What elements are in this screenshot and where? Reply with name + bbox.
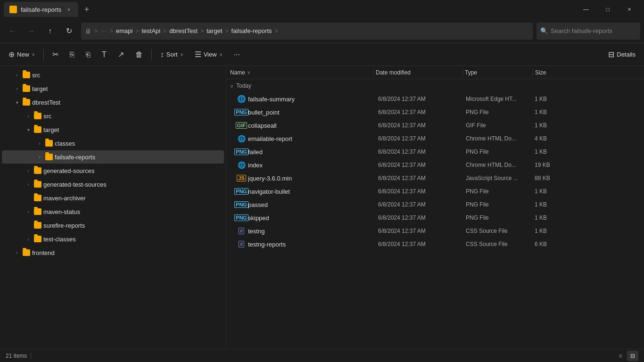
table-row[interactable]: #testng6/8/2024 12:37 AMCSS Source File1… xyxy=(226,224,644,238)
sidebar-item-classes[interactable]: ›classes xyxy=(2,137,224,150)
table-row[interactable]: PNGfailed6/8/2024 12:37 AMPNG File1 KB xyxy=(226,145,644,158)
table-row[interactable]: 🌐emailable-report6/8/2024 12:37 AMChrome… xyxy=(226,132,644,145)
sidebar: ›src›target▾dbrestTest›src▾target›classe… xyxy=(0,66,226,349)
item-count: 21 items xyxy=(6,353,27,359)
delete-icon: 🗑 xyxy=(135,50,143,59)
paste-icon: ⎗ xyxy=(86,50,91,59)
file-type: PNG File xyxy=(466,148,532,155)
col-name-header[interactable]: Name ∨ xyxy=(230,69,372,76)
cut-button[interactable]: ✂ xyxy=(48,47,63,63)
view-chevron-icon: ∨ xyxy=(219,52,223,57)
table-row[interactable]: PNGskipped6/8/2024 12:37 AMPNG File1 KB xyxy=(226,211,644,224)
col-sep-2 xyxy=(462,69,463,76)
list-view-button[interactable]: ≡ xyxy=(615,351,626,361)
sidebar-item-label: failsafe-reports xyxy=(55,154,95,161)
table-row[interactable]: 🌐failsafe-summary6/8/2024 12:37 AMMicros… xyxy=(226,92,644,106)
sidebar-item-surefire-reports[interactable]: surefire-reports xyxy=(2,219,224,232)
table-row[interactable]: PNGbullet_point6/8/2024 12:37 AMPNG File… xyxy=(226,106,644,119)
table-row[interactable]: #testng-reports6/8/2024 12:37 AMCSS Sour… xyxy=(226,238,644,251)
today-group-header[interactable]: ∨ Today xyxy=(226,79,644,92)
delete-button[interactable]: 🗑 xyxy=(131,47,148,63)
chevron-icon: › xyxy=(36,153,43,161)
active-tab[interactable]: failsafe-reports × xyxy=(4,2,78,17)
file-size: 1 KB xyxy=(535,148,572,155)
new-button[interactable]: ⊕ New ∨ xyxy=(4,47,40,63)
search-box[interactable]: 🔍 xyxy=(537,23,640,40)
up-button[interactable]: ↑ xyxy=(41,23,58,40)
table-row[interactable]: PNGpassed6/8/2024 12:37 AMPNG File1 KB xyxy=(226,198,644,211)
rename-button[interactable]: T xyxy=(97,47,111,63)
share-button[interactable]: ↗ xyxy=(113,47,129,63)
maximize-button[interactable]: □ xyxy=(597,2,619,17)
close-button[interactable]: × xyxy=(619,2,640,17)
address-bar[interactable]: 🖥 > ··· > emapi > testApi > dbrestTest >… xyxy=(81,23,533,40)
sidebar-item-label: src xyxy=(32,72,40,79)
sort-button[interactable]: ↕ Sort ∨ xyxy=(156,47,188,63)
sidebar-item-src-1[interactable]: ›src xyxy=(2,68,224,82)
sidebar-item-maven-archiver[interactable]: maven-archiver xyxy=(2,191,224,205)
file-date: 6/8/2024 12:37 AM xyxy=(378,214,463,221)
col-type-header[interactable]: Type xyxy=(465,69,531,76)
file-size: 1 KB xyxy=(535,109,572,115)
chevron-icon: › xyxy=(25,208,32,215)
breadcrumb-dbresttest[interactable]: dbrestTest xyxy=(169,27,198,34)
sidebar-item-test-classes[interactable]: ›test-classes xyxy=(2,232,224,246)
chevron-icon: ▾ xyxy=(13,99,21,106)
new-tab-button[interactable]: + xyxy=(80,3,93,16)
col-sep-3 xyxy=(533,69,533,76)
view-button[interactable]: ☰ View ∨ xyxy=(190,47,227,63)
file-list: Name ∨ Date modified Type Size ∨ Today 🌐… xyxy=(226,66,644,349)
main-content: ›src›target▾dbrestTest›src▾target›classe… xyxy=(0,66,644,349)
folder-icon xyxy=(34,208,41,215)
chevron-icon: › xyxy=(13,85,21,92)
file-name: failed xyxy=(248,148,375,156)
sidebar-item-generated-sources[interactable]: ›generated-sources xyxy=(2,164,224,177)
copy-icon: ⎘ xyxy=(70,50,74,59)
breadcrumb-emapi[interactable]: emapi xyxy=(116,27,132,34)
sidebar-item-target-2[interactable]: ▾target xyxy=(2,123,224,136)
sidebar-item-dbrestTest[interactable]: ▾dbrestTest xyxy=(2,96,224,109)
minimize-button[interactable]: — xyxy=(575,2,597,17)
col-date-header[interactable]: Date modified xyxy=(376,69,461,76)
chrome-icon: 🌐 xyxy=(238,135,246,142)
cmd-sep-2 xyxy=(151,49,152,60)
col-size-header[interactable]: Size xyxy=(535,69,573,76)
file-date: 6/8/2024 12:37 AM xyxy=(378,96,463,102)
file-type: CSS Source File xyxy=(466,228,532,234)
file-size: 1 KB xyxy=(535,96,572,102)
png-file-icon: PNG xyxy=(234,148,248,155)
sidebar-item-src-2[interactable]: ›src xyxy=(2,109,224,123)
table-row[interactable]: PNGnavigator-bullet6/8/2024 12:37 AMPNG … xyxy=(226,185,644,198)
detail-view-button[interactable]: ⊟ xyxy=(627,351,638,361)
breadcrumb-failsafe-reports[interactable]: failsafe-reports xyxy=(231,27,272,34)
file-date: 6/8/2024 12:37 AM xyxy=(378,135,463,142)
png-file-icon: PNG xyxy=(234,214,248,221)
breadcrumb-testapi[interactable]: testApi xyxy=(141,27,160,34)
tab-close-button[interactable]: × xyxy=(65,6,73,13)
copy-button[interactable]: ⎘ xyxy=(65,47,79,63)
file-date: 6/8/2024 12:37 AM xyxy=(378,109,463,115)
folder-icon xyxy=(23,99,30,106)
breadcrumb-target[interactable]: target xyxy=(206,27,222,34)
table-row[interactable]: 🌐index6/8/2024 12:37 AMChrome HTML Do...… xyxy=(226,158,644,172)
sidebar-item-frontend[interactable]: ›frontend xyxy=(2,246,224,259)
back-button[interactable]: ← xyxy=(4,23,21,40)
table-row[interactable]: JSjquery-3.6.0.min6/8/2024 12:37 AMJavaS… xyxy=(226,172,644,185)
table-row[interactable]: GIFcollapseall6/8/2024 12:37 AMGIF File1… xyxy=(226,119,644,132)
paste-button[interactable]: ⎗ xyxy=(81,47,95,63)
search-input[interactable] xyxy=(551,27,636,34)
sidebar-item-generated-test-sources[interactable]: ›generated-test-sources xyxy=(2,178,224,191)
forward-button[interactable]: → xyxy=(23,23,40,40)
sidebar-item-label: generated-sources xyxy=(43,167,94,174)
details-button[interactable]: ⊟ Details xyxy=(603,47,640,63)
folder-icon xyxy=(34,236,41,242)
sidebar-item-maven-status[interactable]: ›maven-status xyxy=(2,205,224,218)
sidebar-item-target-1[interactable]: ›target xyxy=(2,82,224,95)
file-date: 6/8/2024 12:37 AM xyxy=(378,122,463,129)
more-options-button[interactable]: ··· xyxy=(229,47,245,63)
sidebar-item-failsafe-reports[interactable]: ›failsafe-reports xyxy=(2,150,224,164)
file-size: 1 KB xyxy=(535,188,572,195)
folder-icon xyxy=(23,249,30,256)
refresh-button[interactable]: ↻ xyxy=(60,23,77,40)
sidebar-item-label: generated-test-sources xyxy=(43,181,107,188)
